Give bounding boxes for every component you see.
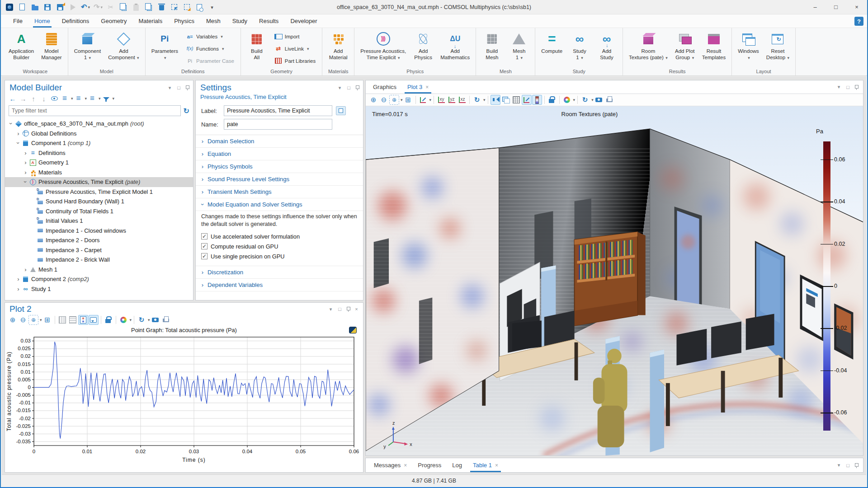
tree-expand-icon[interactable]: › bbox=[22, 150, 29, 156]
tab-close-icon[interactable]: × bbox=[425, 84, 429, 90]
panel-pin-icon[interactable] bbox=[355, 85, 359, 90]
move-down-button[interactable] bbox=[39, 94, 49, 103]
tree-expand-icon[interactable]: › bbox=[15, 276, 22, 282]
ribbon-variables-button[interactable]: Variables▾ bbox=[184, 33, 236, 41]
find-button[interactable] bbox=[193, 1, 205, 13]
panel-menu-icon[interactable]: ▾ bbox=[337, 85, 343, 91]
camera-button[interactable] bbox=[594, 95, 604, 105]
expand-button[interactable] bbox=[60, 94, 70, 103]
ribbon-model-manager-button[interactable]: ModelManager bbox=[38, 29, 65, 68]
panel-pin-icon[interactable] bbox=[185, 85, 189, 90]
ribbon-param-case-button[interactable]: Parameter Case bbox=[184, 57, 236, 65]
checkbox-icon[interactable]: ✓ bbox=[201, 253, 208, 259]
zoom-extents-button[interactable] bbox=[403, 95, 413, 105]
open-file-button[interactable] bbox=[29, 1, 41, 13]
ribbon-add-material-button[interactable]: AddMaterial bbox=[325, 29, 351, 68]
checkbox-icon[interactable]: ✓ bbox=[201, 243, 208, 249]
ribbon-study-button[interactable]: Study1 ▾ bbox=[566, 29, 593, 68]
view-xy-button[interactable] bbox=[436, 95, 446, 105]
section-domain-selection[interactable]: ›Domain Selection bbox=[196, 135, 363, 148]
panel-pin-icon[interactable] bbox=[346, 306, 350, 312]
ribbon-room-textures-button[interactable]: RoomTextures (pate) ▾ bbox=[626, 29, 671, 68]
section-physics-symbols[interactable]: ›Physics Symbols bbox=[196, 160, 363, 173]
tree-item[interactable]: Impedance 1 - Closed windows bbox=[5, 226, 193, 236]
show-axes-button[interactable] bbox=[522, 95, 532, 105]
tree-expand-icon[interactable]: › bbox=[15, 295, 22, 296]
annotations-button[interactable] bbox=[89, 315, 99, 325]
orientation-button[interactable] bbox=[418, 95, 428, 105]
show-button[interactable] bbox=[49, 94, 59, 103]
horizontal-grid-button[interactable] bbox=[68, 315, 78, 325]
ribbon-windows-button[interactable]: Windows ▾ bbox=[735, 29, 762, 68]
vertical-grid-button[interactable] bbox=[57, 315, 67, 325]
app-logo-button[interactable] bbox=[4, 1, 15, 13]
graphics-3d-scene[interactable]: z x y bbox=[366, 106, 863, 455]
ribbon-component-button[interactable]: Component1 ▾ bbox=[71, 29, 104, 68]
color-theme-button[interactable] bbox=[118, 315, 128, 325]
select-box-button[interactable] bbox=[168, 1, 180, 13]
section-transient-mesh-settings[interactable]: ›Transient Mesh Settings bbox=[196, 186, 363, 198]
panel-float-icon[interactable]: □ bbox=[845, 84, 851, 90]
checkbox-row[interactable]: ✓Use single precision on GPU bbox=[201, 251, 358, 261]
ribbon-functions-button[interactable]: Functions▾ bbox=[184, 45, 236, 53]
tab-table-1[interactable]: Table 1× bbox=[467, 458, 504, 472]
menu-file[interactable]: File bbox=[7, 14, 28, 28]
tab-close-icon[interactable]: × bbox=[404, 462, 407, 469]
show-colorbar-button[interactable] bbox=[532, 95, 542, 105]
cut-button[interactable] bbox=[105, 1, 117, 13]
ribbon-add-math-button[interactable]: AddMathematics bbox=[437, 29, 473, 68]
plot-group-badge-icon[interactable] bbox=[349, 327, 357, 333]
panel-float-icon[interactable]: □ bbox=[337, 306, 343, 312]
tree-item[interactable]: ›Geometry 1 bbox=[5, 158, 193, 168]
tab-log[interactable]: Log bbox=[447, 458, 467, 472]
panel-close-icon[interactable]: × bbox=[354, 306, 359, 312]
checkbox-row[interactable]: ✓Use accelerated solver formulation bbox=[201, 231, 358, 241]
zoom-out-button[interactable] bbox=[379, 95, 389, 105]
view-xz-button[interactable] bbox=[457, 95, 467, 105]
checkbox-row[interactable]: ✓Compute residual on GPU bbox=[201, 241, 358, 251]
section-discretization[interactable]: ›Discretization bbox=[196, 266, 363, 279]
ribbon-add-component-button[interactable]: AddComponent ▾ bbox=[105, 29, 142, 68]
grid-button[interactable] bbox=[511, 95, 521, 105]
tree-item[interactable]: Impedance 2 - Doors bbox=[5, 235, 193, 245]
ribbon-livelink-button[interactable]: LiveLink▾ bbox=[273, 45, 317, 53]
tree-item[interactable]: ›Definitions bbox=[5, 148, 193, 158]
filter-button[interactable] bbox=[101, 94, 111, 103]
tree-item[interactable]: Initial Values 1 bbox=[5, 216, 193, 226]
tree-item[interactable]: ›Pressure Acoustics, Time Explicit(pate) bbox=[5, 177, 193, 187]
ribbon-build-all-button[interactable]: BuildAll bbox=[244, 29, 270, 68]
tree-expand-icon[interactable]: › bbox=[22, 169, 29, 176]
tree-expand-icon[interactable]: › bbox=[15, 286, 22, 292]
panel-menu-icon[interactable]: ▾ bbox=[167, 85, 173, 91]
panel-pin-icon[interactable] bbox=[854, 84, 859, 90]
lock-button[interactable] bbox=[547, 95, 557, 105]
tree-item[interactable]: ›Materials bbox=[5, 168, 193, 178]
move-up-button[interactable] bbox=[28, 94, 38, 103]
tree-expand-icon[interactable]: › bbox=[22, 159, 29, 166]
forward-button[interactable] bbox=[18, 94, 28, 103]
zoom-box-button[interactable] bbox=[389, 95, 399, 105]
panel-float-icon[interactable]: □ bbox=[176, 85, 182, 90]
tree-item[interactable]: ›Component 2(comp2) bbox=[5, 274, 193, 284]
tree-item[interactable]: Sound Hard Boundary (Wall) 1 bbox=[5, 197, 193, 206]
panel-float-icon[interactable]: □ bbox=[845, 463, 851, 468]
toolbar-options-button[interactable] bbox=[206, 1, 218, 13]
rename-label-button[interactable] bbox=[336, 106, 346, 115]
tree-item[interactable]: Pressure Acoustics, Time Explicit Model … bbox=[5, 187, 193, 197]
ribbon-compute-button[interactable]: Compute bbox=[538, 29, 566, 68]
tab-close-icon[interactable]: × bbox=[495, 462, 498, 469]
help-button[interactable]: ? bbox=[854, 17, 863, 26]
section-equation[interactable]: ›Equation bbox=[196, 148, 363, 160]
update-button[interactable] bbox=[580, 95, 590, 105]
collapse-button[interactable] bbox=[74, 94, 84, 103]
section-model-equation-and-solver-settings[interactable]: ›Model Equation and Solver Settings bbox=[196, 198, 363, 211]
view-yz-button[interactable] bbox=[447, 95, 457, 105]
tree-item[interactable]: ›Mesh 1 bbox=[5, 265, 193, 275]
ribbon-import-button[interactable]: Import bbox=[273, 33, 317, 41]
menu-geometry[interactable]: Geometry bbox=[95, 14, 132, 28]
point-graph-chart[interactable]: 00.010.020.030.040.050.060.030.0250.020.… bbox=[5, 333, 361, 465]
save-as-button[interactable] bbox=[54, 1, 66, 13]
tree-expand-icon[interactable]: › bbox=[8, 120, 14, 127]
tree-item[interactable]: ›Global Definitions bbox=[5, 129, 193, 139]
ribbon-add-study-button[interactable]: AddStudy bbox=[594, 29, 620, 68]
